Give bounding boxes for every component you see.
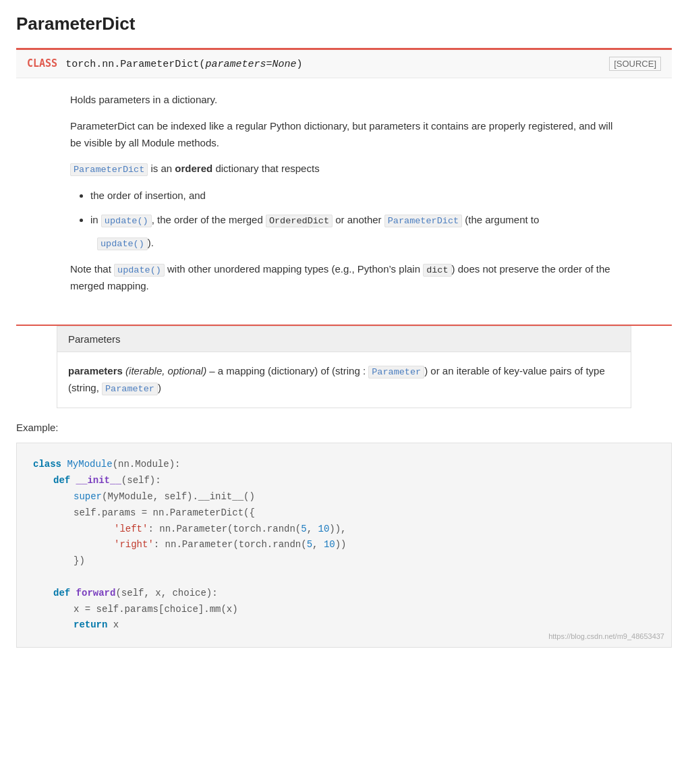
code-line-5: 'right': nn.Parameter(torch.randn(5, 10)… [33,537,655,553]
example-section: Example: class MyModule(nn.Module): def … [16,422,672,648]
code-line-8: def forward(self, x, choice): [33,586,655,602]
parameters-body: parameters (iterable, optional) – a mapp… [57,352,631,408]
code-line-2: super(MyModule, self).__init__() [33,489,655,505]
list-item-2: in update(), the order of the merged Ord… [90,212,618,252]
doc-body: Holds parameters in a dictionary. Parame… [16,78,672,318]
example-label: Example: [16,422,672,433]
code-line-3: self.params = nn.ParameterDict({ [33,505,655,522]
features-list: the order of insertion, and in update(),… [90,188,618,252]
param-type: (iterable, optional) [125,365,206,376]
cls-mymodule: MyModule [67,459,112,470]
class-header: CLASS torch.nn.ParameterDict(parameters=… [16,48,672,78]
note-paragraph: Note that update() with other unordered … [70,261,618,295]
kw-class: class [33,459,67,470]
parameter-link-1[interactable]: Parameter [368,366,424,379]
dict-code: dict [423,264,451,277]
ordereddict-code: OrderedDict [266,215,333,227]
update-link-1[interactable]: update() [101,215,152,227]
code-block: class MyModule(nn.Module): def __init__(… [16,443,672,648]
update-link-note[interactable]: update() [114,264,165,277]
sig-param: parameters=None [205,59,296,70]
class-badge: CLASS [27,57,57,69]
ordered-bold: ordered [175,163,212,174]
parameters-section: Parameters parameters (iterable, optiona… [57,326,631,409]
watermark: https://blog.csdn.net/m9_48653437 [548,630,664,643]
class-signature: CLASS torch.nn.ParameterDict(parameters=… [27,57,302,70]
description-1: Holds parameters in a dictionary. [70,92,618,109]
update-link-nested[interactable]: update() [97,237,148,250]
list-item-1: the order of insertion, and [90,188,618,204]
param-name: parameters [68,365,123,376]
source-link[interactable]: [SOURCE] [609,57,661,71]
description-2: ParameterDict can be indexed like a regu… [70,118,618,152]
parameters-header: Parameters [57,327,631,352]
parameter-link-2[interactable]: Parameter [102,383,158,395]
code-line-0: class MyModule(nn.Module): [33,457,655,473]
parameterdict-link-2[interactable]: ParameterDict [384,215,462,227]
sig-pre: torch.nn.ParameterDict( [65,59,205,70]
parameterdict-link-1[interactable]: ParameterDict [70,163,148,176]
code-line-4: 'left': nn.Parameter(torch.randn(5, 10))… [33,522,655,538]
update-nested: update()). [97,235,618,252]
code-line-1: def __init__(self): [33,473,655,489]
sig-post: ) [296,59,302,70]
code-line-6: }) [33,553,655,569]
code-line-9: x = self.params[choice].mm(x) [33,602,655,618]
description-3: ParameterDict is an ordered dictionary t… [70,161,618,177]
code-line-blank [33,569,655,586]
page-title: ParameterDict [16,13,672,34]
class-signature-text: torch.nn.ParameterDict(parameters=None) [65,59,302,70]
